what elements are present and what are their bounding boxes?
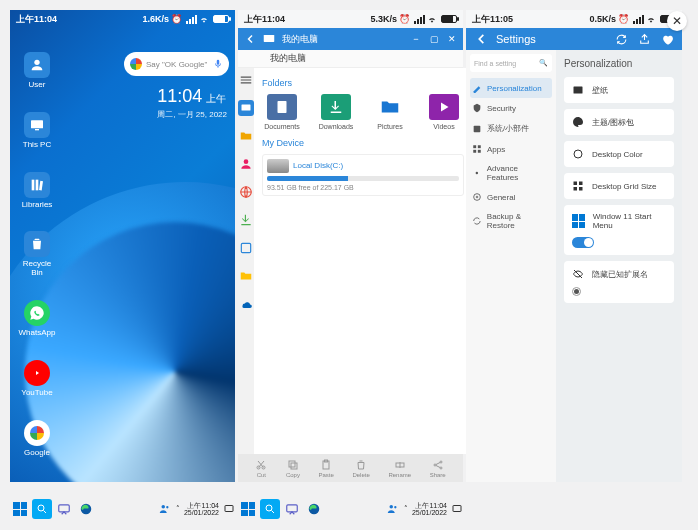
heart-icon[interactable] (661, 33, 674, 46)
btn-copy[interactable]: Copy (286, 459, 300, 478)
desktop-icon-user[interactable]: User (16, 52, 58, 90)
svg-rect-5 (39, 180, 43, 190)
disk-thumb-icon (267, 159, 289, 173)
task-chat-icon[interactable] (282, 499, 302, 519)
status-time: 上午11:04 (244, 13, 285, 26)
mic-icon[interactable] (213, 59, 223, 69)
folder-downloads[interactable]: Downloads (316, 94, 356, 130)
tray-people-icon[interactable] (386, 502, 400, 516)
rail-network-icon[interactable] (238, 184, 254, 200)
folder-videos[interactable]: Videos (424, 94, 464, 130)
rail-thispc[interactable] (238, 100, 254, 116)
folder-documents[interactable]: Documents (262, 94, 302, 130)
svg-rect-17 (289, 461, 295, 467)
svg-rect-45 (287, 505, 298, 512)
search-icon: 🔍 (539, 59, 548, 67)
svg-point-21 (434, 464, 436, 466)
setting-theme[interactable]: 主题/图标包 (564, 109, 674, 135)
task-search-icon[interactable] (260, 499, 280, 519)
rail-drive-icon[interactable] (238, 268, 254, 284)
maximize-icon[interactable]: ▢ (429, 34, 439, 44)
desktop-icon-whatsapp[interactable]: WhatsApp (16, 300, 58, 338)
svg-rect-49 (453, 506, 461, 512)
google-search-bar[interactable]: Say "OK Google" (124, 52, 229, 76)
refresh-icon[interactable] (615, 33, 628, 46)
rail-onedrive-icon[interactable] (238, 296, 254, 312)
setting-grid-size[interactable]: Desktop Grid Size (564, 173, 674, 199)
task-edge-icon[interactable] (304, 499, 324, 519)
nav-security[interactable]: Security (470, 98, 552, 118)
minimize-icon[interactable]: − (411, 34, 421, 44)
back-icon[interactable] (474, 32, 488, 46)
task-edge-icon[interactable] (76, 499, 96, 519)
nav-backup[interactable]: Backup & Restore (470, 207, 552, 235)
desktop-clock-widget[interactable]: 11:04上午 周二, 一月 25, 2022 (157, 86, 227, 120)
toggle-on[interactable] (572, 237, 594, 248)
btn-share[interactable]: Share (430, 459, 446, 478)
phone-screen-settings: 上午11:05 0.5K/s⏰ Settings Find a setting🔍… (466, 10, 682, 482)
explorer-title: 我的电脑 (282, 33, 318, 46)
settings-nav: Find a setting🔍 Personalization Security… (466, 50, 556, 482)
svg-point-42 (166, 506, 168, 508)
desktop-icon-libraries[interactable]: Libraries (16, 172, 58, 210)
nav-system[interactable]: 系统/小部件 (470, 118, 552, 139)
nav-general[interactable]: General (470, 187, 552, 207)
settings-header: Settings (466, 28, 682, 50)
svg-rect-2 (35, 129, 39, 130)
tray-notif-icon[interactable] (451, 503, 463, 515)
rail-user-icon[interactable] (238, 156, 254, 172)
close-icon[interactable]: ✕ (447, 34, 457, 44)
nav-apps[interactable]: Apps (470, 139, 552, 159)
radio-selected[interactable] (572, 287, 581, 296)
desktop-icon-thispc[interactable]: This PC (16, 112, 58, 150)
tray-people-icon[interactable] (158, 502, 172, 516)
desktop-icon-youtube[interactable]: YouTube (16, 360, 58, 398)
start-button[interactable] (238, 499, 258, 519)
rail-folder-icon[interactable] (238, 128, 254, 144)
setting-hide-ext[interactable]: 隐藏已知扩展名 (564, 261, 674, 303)
status-net: 5.3K/s (370, 14, 397, 24)
setting-win11-start[interactable]: Window 11 Start Menu (564, 205, 674, 255)
svg-rect-28 (478, 150, 481, 153)
btn-rename[interactable]: Rename (388, 459, 411, 478)
share-icon[interactable] (638, 33, 651, 46)
clock-ampm: 上午 (206, 93, 226, 104)
start-button[interactable] (10, 499, 30, 519)
svg-rect-39 (59, 505, 70, 512)
nav-advance[interactable]: Advance Features (470, 159, 552, 187)
menu-icon[interactable] (238, 72, 254, 88)
desktop-icon-recyclebin[interactable]: Recycle Bin (16, 231, 58, 278)
disk-local-c[interactable]: Local Disk(C:) 93.51 GB free of 225.17 G… (262, 154, 464, 196)
settings-content: Personalization 壁纸 主题/图标包 Desktop Color … (556, 50, 682, 482)
pc-icon (262, 32, 276, 46)
explorer-path: 我的电脑 (238, 50, 463, 68)
tray-notif-icon[interactable] (223, 503, 235, 515)
desktop-icon-google[interactable]: Google (16, 420, 58, 458)
explorer-sidebar (238, 68, 254, 454)
status-bar: 上午11:05 0.5K/s⏰ (466, 10, 682, 28)
svg-point-23 (440, 467, 442, 469)
btn-cut[interactable]: Cut (255, 459, 267, 478)
rail-recent-icon[interactable] (238, 240, 254, 256)
alarm-icon: ⏰ (399, 14, 410, 24)
svg-point-33 (574, 150, 582, 158)
task-search-icon[interactable] (32, 499, 52, 519)
btn-paste[interactable]: Paste (319, 459, 334, 478)
tray-up-icon[interactable]: ˄ (176, 505, 180, 513)
task-chat-icon[interactable] (54, 499, 74, 519)
explorer-main: Folders Documents Downloads Pictures Vid… (254, 68, 472, 454)
setting-desktop-color[interactable]: Desktop Color (564, 141, 674, 167)
page-close-button[interactable]: ✕ (667, 11, 687, 31)
back-icon[interactable] (244, 33, 256, 45)
nav-personalization[interactable]: Personalization (470, 78, 552, 98)
battery-icon (213, 15, 229, 23)
btn-delete[interactable]: Delete (352, 459, 369, 478)
find-setting-input[interactable]: Find a setting🔍 (470, 54, 552, 72)
tray-up-icon[interactable]: ˄ (404, 505, 408, 513)
svg-rect-1 (31, 120, 43, 128)
setting-wallpaper[interactable]: 壁纸 (564, 77, 674, 103)
rail-download-icon[interactable] (238, 212, 254, 228)
folder-pictures[interactable]: Pictures (370, 94, 410, 130)
svg-rect-7 (242, 105, 251, 111)
clock-time: 11:04 (157, 86, 202, 106)
